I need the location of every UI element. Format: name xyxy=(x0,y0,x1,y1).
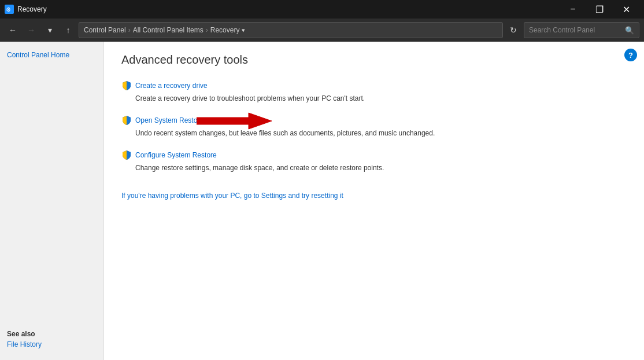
main-area: Control Panel Home See also File History… xyxy=(0,42,644,360)
search-icon: 🔍 xyxy=(625,26,634,35)
see-also-label: See also xyxy=(7,330,97,338)
address-dropdown-button[interactable]: ▾ xyxy=(242,27,245,34)
app-icon: ⚙ xyxy=(5,5,14,14)
forward-button[interactable]: → xyxy=(23,22,39,38)
breadcrumb-control-panel: Control Panel xyxy=(84,26,126,34)
search-input[interactable] xyxy=(529,26,625,34)
shield-icon-configure xyxy=(121,150,132,160)
content-area: ? Advanced recovery tools Create a recov… xyxy=(104,42,644,360)
shield-icon-create xyxy=(121,80,132,91)
recovery-item-system-restore: Open System Restore Undo recent system c… xyxy=(121,115,627,138)
see-also-section: See also File History xyxy=(0,325,103,353)
window-controls: − ❐ ✕ xyxy=(560,0,639,19)
title-bar: ⚙ Recovery − ❐ ✕ xyxy=(0,0,644,19)
close-button[interactable]: ✕ xyxy=(613,0,639,19)
sidebar-item-file-history[interactable]: File History xyxy=(7,340,97,348)
reset-settings-link[interactable]: If you're having problems with your PC, … xyxy=(121,192,343,200)
open-system-restore-link[interactable]: Open System Restore xyxy=(135,116,203,124)
sidebar-item-control-panel-home[interactable]: Control Panel Home xyxy=(0,49,103,61)
up-button[interactable]: ↑ xyxy=(60,22,76,38)
minimize-button[interactable]: − xyxy=(560,0,586,19)
open-system-restore-desc: Undo recent system changes, but leave fi… xyxy=(135,128,627,138)
search-box[interactable]: 🔍 xyxy=(524,22,639,38)
recovery-item-configure-restore: Configure System Restore Change restore … xyxy=(121,150,627,173)
page-title: Advanced recovery tools xyxy=(121,53,627,67)
restore-button[interactable]: ❐ xyxy=(586,0,613,19)
refresh-button[interactable]: ↻ xyxy=(505,22,521,38)
configure-system-restore-desc: Change restore settings, manage disk spa… xyxy=(135,163,627,173)
help-button[interactable]: ? xyxy=(624,49,637,61)
recent-locations-button[interactable]: ▾ xyxy=(42,22,58,38)
create-recovery-drive-link[interactable]: Create a recovery drive xyxy=(135,82,208,90)
back-button[interactable]: ← xyxy=(5,22,21,38)
create-recovery-drive-desc: Create a recovery drive to troubleshoot … xyxy=(135,93,627,104)
sidebar: Control Panel Home See also File History xyxy=(0,42,104,360)
title-bar-title: Recovery xyxy=(17,5,560,13)
shield-icon-restore xyxy=(121,115,132,126)
breadcrumb-all-items: All Control Panel Items xyxy=(133,26,203,34)
address-bar[interactable]: Control Panel › All Control Panel Items … xyxy=(79,22,503,38)
svg-text:⚙: ⚙ xyxy=(6,6,11,13)
configure-system-restore-link[interactable]: Configure System Restore xyxy=(135,151,217,159)
breadcrumb-recovery: Recovery xyxy=(210,26,240,34)
recovery-item-create-drive: Create a recovery drive Create a recover… xyxy=(121,80,627,104)
nav-bar: ← → ▾ ↑ Control Panel › All Control Pane… xyxy=(0,19,644,42)
